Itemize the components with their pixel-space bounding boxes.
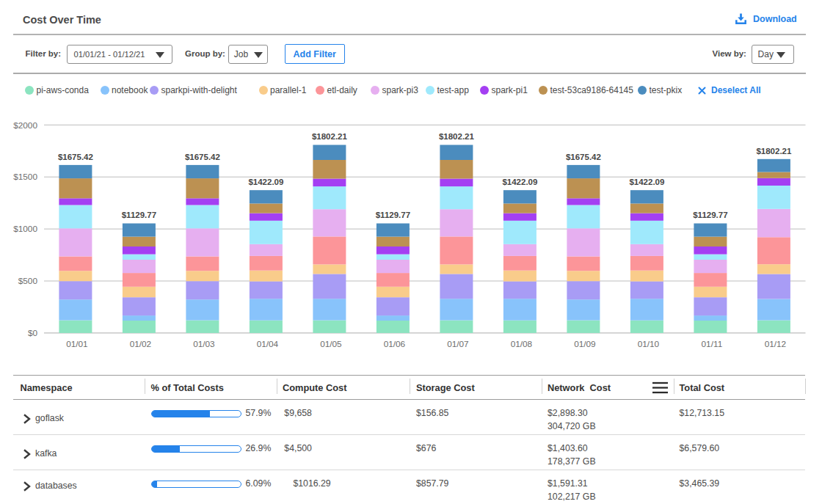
svg-text:01/09: 01/09: [574, 339, 596, 349]
svg-text:01/08: 01/08: [511, 339, 533, 349]
svg-text:01/11: 01/11: [702, 339, 723, 349]
svg-text:$1422.09: $1422.09: [502, 178, 537, 186]
svg-text:$1129.77: $1129.77: [122, 211, 156, 219]
svg-text:$1675.42: $1675.42: [185, 153, 220, 161]
svg-text:$1129.77: $1129.77: [693, 211, 727, 219]
svg-text:$1675.42: $1675.42: [566, 153, 601, 161]
svg-text:01/12: 01/12: [765, 339, 787, 349]
svg-text:01/05: 01/05: [320, 339, 342, 349]
svg-text:$1000: $1000: [13, 224, 37, 234]
svg-text:01/07: 01/07: [447, 339, 469, 349]
svg-text:01/10: 01/10: [638, 339, 660, 349]
svg-text:01/03: 01/03: [193, 339, 215, 349]
svg-text:01/02: 01/02: [130, 339, 152, 349]
svg-text:$1500: $1500: [13, 172, 37, 182]
svg-text:$500: $500: [18, 276, 38, 286]
svg-text:$1422.09: $1422.09: [248, 178, 283, 186]
svg-text:$0: $0: [28, 328, 38, 338]
svg-text:$1802.21: $1802.21: [756, 147, 792, 156]
svg-text:01/06: 01/06: [384, 339, 406, 349]
svg-text:$2000: $2000: [13, 120, 37, 131]
svg-text:$1675.42: $1675.42: [58, 153, 93, 161]
svg-text:$1802.21: $1802.21: [439, 132, 475, 141]
svg-text:$1802.21: $1802.21: [312, 132, 348, 141]
svg-text:01/04: 01/04: [257, 339, 279, 349]
svg-text:$1129.77: $1129.77: [376, 211, 410, 219]
svg-text:$1422.09: $1422.09: [629, 178, 664, 186]
svg-text:01/01: 01/01: [66, 339, 88, 349]
